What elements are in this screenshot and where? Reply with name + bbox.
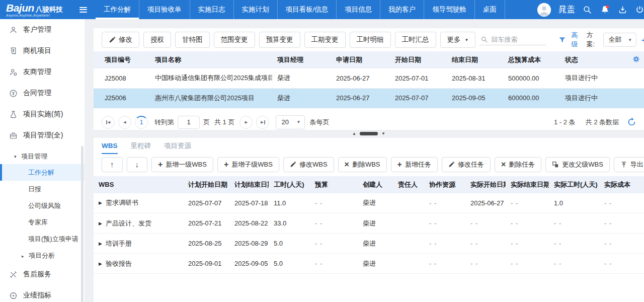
collapse-up-icon[interactable]: ▲	[352, 132, 356, 136]
schedule-change-button[interactable]: 工期变更	[304, 32, 346, 48]
sidebar-group-project-mgmt[interactable]: ▾ 项目管理	[0, 146, 85, 164]
sidebar-item-project-analysis[interactable]: ▸ 项目分析	[0, 247, 85, 264]
current-page-indicator[interactable]: 1	[135, 116, 148, 129]
tab-project-resource[interactable]: 项目资源	[164, 141, 191, 154]
range-label: 1 - 2 条	[554, 118, 576, 127]
nav-tab-project-board[interactable]: 项目看板/信息	[278, 0, 337, 19]
sidebar-item-partner-mgmt[interactable]: 友商管理	[0, 61, 85, 83]
scope-change-button[interactable]: 范围变更	[214, 32, 255, 48]
table-row[interactable]: ▶验收报告2025-09-012025-09-055.0- -柴进- -- --…	[94, 254, 644, 274]
nav-tab-implementation-plan[interactable]: 实施计划	[234, 0, 278, 19]
sidebar-item-expert-library[interactable]: 专家库	[0, 214, 85, 231]
sidebar-item-label: 项目实施(简)	[23, 110, 63, 119]
expand-arrow-icon[interactable]: ▶	[99, 261, 102, 266]
page-input[interactable]	[178, 116, 200, 129]
table-row[interactable]: J25008中国移动通信集团有限公司2025集成项目柴进2025-06-2720…	[94, 68, 644, 88]
column-header: 项目经理	[272, 51, 331, 68]
edit-button[interactable]: 修改	[102, 32, 139, 48]
add-level1-wbs-button[interactable]: +新增一级WBS	[151, 157, 213, 172]
sidebar-item-performance[interactable]: 业绩指标	[0, 285, 85, 302]
sidebar-item-project-approval[interactable]: 项目(预)立项申请	[0, 231, 85, 247]
nav-tab-project-info[interactable]: 项目信息	[337, 0, 380, 19]
table-cell: - -	[599, 254, 644, 274]
table-cell: 2025-07-01	[390, 68, 447, 88]
filter-icon[interactable]	[558, 36, 566, 43]
button-label: 甘特图	[182, 35, 203, 44]
download-icon[interactable]	[618, 5, 627, 15]
table-row[interactable]: ▶产品设计、发货2025-07-212025-08-2233.0- -柴进- -…	[94, 213, 644, 234]
nav-tab-work-breakdown[interactable]: 工作分解	[95, 0, 139, 19]
sidebar-item-contract-mgmt[interactable]: 合同管理	[0, 83, 85, 104]
authorize-button[interactable]: 授权	[143, 32, 171, 48]
sidebar-scrollbar[interactable]	[81, 146, 84, 302]
last-page-button[interactable]: ▶	[256, 116, 269, 129]
nav-tab-desktop[interactable]: 桌面	[475, 0, 505, 19]
nav-tab-implementation-log[interactable]: 实施日志	[190, 0, 234, 19]
sidebar-item-label: 项目管理(全)	[23, 131, 63, 140]
edit-wbs-button[interactable]: 修改WBS	[283, 157, 334, 172]
avatar[interactable]	[537, 3, 551, 17]
table-row[interactable]: ▶需求调研书2025-07-072025-07-1811.0- -柴进- -20…	[94, 193, 644, 213]
sidebar-item-after-sales[interactable]: 售后服务	[0, 264, 85, 285]
toolbar-right: 高级 方案: 全部 ▼ + ×	[479, 31, 644, 49]
delete-task-button[interactable]: ×删除任务	[495, 157, 541, 172]
tab-wbs[interactable]: WBS	[102, 142, 118, 154]
table-cell: 2025-06-27	[331, 68, 390, 88]
nav-tab-leader-cockpit[interactable]: 领导驾驶舱	[424, 0, 475, 19]
delete-wbs-button[interactable]: ×删除WBS	[338, 157, 387, 172]
search-input[interactable]	[491, 36, 545, 43]
move-up-button[interactable]: ↑	[102, 157, 123, 172]
power-icon[interactable]	[635, 5, 644, 15]
next-page-button[interactable]: ▶	[239, 116, 253, 129]
plus-icon: +	[224, 161, 228, 169]
sidebar-item-project-impl-simple[interactable]: 项目实施(简)	[0, 104, 85, 125]
export-button[interactable]: 导出	[614, 157, 644, 172]
table-cell: 柴进	[358, 254, 393, 274]
expand-arrow-icon[interactable]: ▶	[99, 221, 102, 226]
project-toolbar: 修改 授权 甘特图 范围变更 预算变更 工期变更 工时明细 工时汇总 更多▼ 高…	[94, 28, 644, 51]
button-label: 导出	[630, 160, 643, 169]
add-child-wbs-button[interactable]: +新增子级WBS	[217, 157, 279, 172]
sidebar-item-company-risk[interactable]: 公司级风险	[0, 197, 85, 214]
change-parent-wbs-button[interactable]: 更改父级WBS	[545, 157, 610, 172]
collapse-down-icon[interactable]: ▼	[381, 132, 385, 136]
add-task-button[interactable]: +新增任务	[391, 157, 438, 172]
first-page-button[interactable]: ◀	[102, 116, 115, 129]
add-scheme-icon[interactable]: +	[641, 35, 644, 45]
username[interactable]: 晁盖	[558, 4, 575, 15]
search-icon[interactable]	[583, 5, 592, 15]
table-cell: - -	[310, 213, 358, 234]
table-cell: 柴进	[358, 234, 393, 254]
sidebar-item-opportunity[interactable]: 商机项目	[0, 40, 85, 61]
sidebar-item-label: 公司级风险	[28, 202, 61, 209]
nav-tab-my-customers[interactable]: 我的客户	[380, 0, 424, 19]
more-button[interactable]: 更多▼	[440, 32, 476, 48]
notifications-bell-icon[interactable]	[600, 5, 610, 15]
nav-tab-acceptance-form[interactable]: 项目验收单	[139, 0, 190, 19]
prev-page-button[interactable]: ◀	[118, 116, 131, 129]
hours-summary-button[interactable]: 工时汇总	[395, 32, 436, 48]
sidebar-item-work-breakdown[interactable]: 工作分解	[0, 164, 85, 181]
button-label: 删除任务	[509, 160, 535, 169]
edit-task-button[interactable]: 修改任务	[442, 157, 491, 172]
hours-detail-button[interactable]: 工时明细	[350, 32, 391, 48]
move-down-button[interactable]: ↓	[127, 157, 148, 172]
menu-toggle-icon[interactable]	[79, 6, 87, 14]
sidebar-item-daily-report[interactable]: 日报	[0, 181, 85, 197]
budget-change-button[interactable]: 预算变更	[259, 32, 300, 48]
refresh-icon[interactable]	[627, 118, 636, 126]
tab-milestone[interactable]: 里程碑	[131, 141, 151, 154]
scheme-select[interactable]: 全部 ▼	[603, 33, 637, 47]
table-row[interactable]: J25006惠州市八骏集团有限公司2025项目柴进2025-06-272025-…	[94, 88, 644, 108]
gantt-button[interactable]: 甘特图	[175, 32, 210, 48]
table-cell: 柴进	[272, 88, 331, 108]
table-row[interactable]: ▶培训手册2025-08-252025-08-295.0- -柴进- -- --…	[94, 234, 644, 254]
expand-arrow-icon[interactable]: ▶	[99, 200, 102, 205]
page-size-select[interactable]: 20 ▼	[276, 115, 305, 129]
advanced-link[interactable]: 高级	[571, 31, 581, 49]
column-settings-gear-icon[interactable]	[632, 55, 640, 63]
splitter-drag-handle[interactable]	[360, 132, 378, 135]
sidebar-item-customer-mgmt[interactable]: 客户管理	[0, 19, 85, 40]
expand-arrow-icon[interactable]: ▶	[99, 241, 102, 246]
sidebar-item-project-mgmt-full[interactable]: 项目管理(全)	[0, 125, 85, 146]
